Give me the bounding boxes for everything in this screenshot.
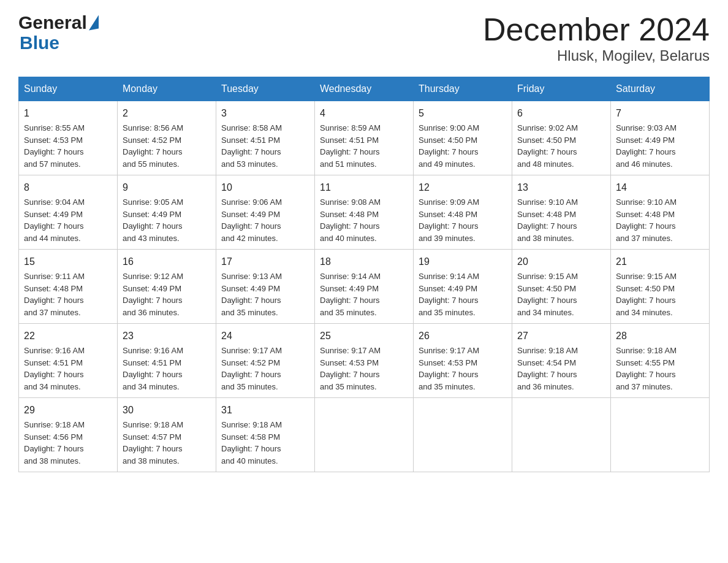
day-info: Sunrise: 9:15 AMSunset: 4:50 PMDaylight:… xyxy=(616,272,677,317)
calendar-cell: 17 Sunrise: 9:13 AMSunset: 4:49 PMDaylig… xyxy=(216,250,315,324)
calendar-cell xyxy=(414,398,512,472)
logo-blue-text: Blue xyxy=(20,33,99,53)
day-number: 3 xyxy=(221,106,309,121)
calendar-cell: 19 Sunrise: 9:14 AMSunset: 4:49 PMDaylig… xyxy=(414,250,512,324)
day-info: Sunrise: 9:15 AMSunset: 4:50 PMDaylight:… xyxy=(517,272,578,317)
calendar-cell: 22 Sunrise: 9:16 AMSunset: 4:51 PMDaylig… xyxy=(19,324,118,398)
title-block: December 2024 Hlusk, Mogilev, Belarus xyxy=(483,12,710,64)
day-number: 1 xyxy=(24,106,112,121)
calendar-cell: 29 Sunrise: 9:18 AMSunset: 4:56 PMDaylig… xyxy=(19,398,118,472)
day-number: 21 xyxy=(616,255,704,269)
day-number: 6 xyxy=(517,106,605,121)
day-info: Sunrise: 9:18 AMSunset: 4:57 PMDaylight:… xyxy=(123,420,183,465)
day-info: Sunrise: 8:58 AMSunset: 4:51 PMDaylight:… xyxy=(221,123,282,169)
day-info: Sunrise: 9:16 AMSunset: 4:51 PMDaylight:… xyxy=(24,346,85,391)
day-number: 26 xyxy=(419,329,507,343)
header-cell-sunday: Sunday xyxy=(19,77,118,101)
day-info: Sunrise: 9:10 AMSunset: 4:48 PMDaylight:… xyxy=(517,197,578,243)
day-info: Sunrise: 9:12 AMSunset: 4:49 PMDaylight:… xyxy=(123,272,183,317)
day-number: 7 xyxy=(616,106,704,121)
day-info: Sunrise: 9:06 AMSunset: 4:49 PMDaylight:… xyxy=(221,197,282,243)
day-info: Sunrise: 9:16 AMSunset: 4:51 PMDaylight:… xyxy=(123,346,183,391)
day-info: Sunrise: 9:08 AMSunset: 4:48 PMDaylight:… xyxy=(320,197,381,243)
calendar-body: 1 Sunrise: 8:55 AMSunset: 4:53 PMDayligh… xyxy=(19,101,710,472)
calendar-table: SundayMondayTuesdayWednesdayThursdayFrid… xyxy=(18,77,710,472)
day-info: Sunrise: 9:14 AMSunset: 4:49 PMDaylight:… xyxy=(419,272,479,317)
day-number: 12 xyxy=(419,180,507,195)
day-number: 10 xyxy=(221,180,309,195)
day-info: Sunrise: 9:18 AMSunset: 4:55 PMDaylight:… xyxy=(616,346,677,391)
day-number: 4 xyxy=(320,106,408,121)
day-number: 23 xyxy=(123,329,211,343)
day-info: Sunrise: 9:17 AMSunset: 4:53 PMDaylight:… xyxy=(320,346,381,391)
day-number: 16 xyxy=(123,255,211,269)
day-info: Sunrise: 9:18 AMSunset: 4:56 PMDaylight:… xyxy=(24,420,85,465)
header-cell-monday: Monday xyxy=(118,77,216,101)
calendar-header: SundayMondayTuesdayWednesdayThursdayFrid… xyxy=(19,77,710,101)
calendar-cell: 14 Sunrise: 9:10 AMSunset: 4:48 PMDaylig… xyxy=(611,175,710,250)
day-info: Sunrise: 8:56 AMSunset: 4:52 PMDaylight:… xyxy=(123,123,183,169)
calendar-cell: 25 Sunrise: 9:17 AMSunset: 4:53 PMDaylig… xyxy=(315,324,414,398)
day-number: 15 xyxy=(24,255,112,269)
logo-general-text: General xyxy=(18,12,87,33)
header-cell-tuesday: Tuesday xyxy=(216,77,315,101)
calendar-cell: 2 Sunrise: 8:56 AMSunset: 4:52 PMDayligh… xyxy=(118,101,216,175)
calendar-cell: 30 Sunrise: 9:18 AMSunset: 4:57 PMDaylig… xyxy=(118,398,216,472)
day-info: Sunrise: 9:03 AMSunset: 4:49 PMDaylight:… xyxy=(616,123,677,169)
header-cell-friday: Friday xyxy=(512,77,611,101)
page-subtitle: Hlusk, Mogilev, Belarus xyxy=(483,47,710,64)
day-number: 2 xyxy=(123,106,211,121)
calendar-cell: 1 Sunrise: 8:55 AMSunset: 4:53 PMDayligh… xyxy=(19,101,118,175)
day-number: 29 xyxy=(24,403,112,418)
calendar-cell: 28 Sunrise: 9:18 AMSunset: 4:55 PMDaylig… xyxy=(611,324,710,398)
calendar-cell xyxy=(611,398,710,472)
day-number: 28 xyxy=(616,329,704,343)
logo-general-line: General xyxy=(18,12,99,33)
header-cell-thursday: Thursday xyxy=(414,77,512,101)
calendar-cell: 7 Sunrise: 9:03 AMSunset: 4:49 PMDayligh… xyxy=(611,101,710,175)
day-info: Sunrise: 9:17 AMSunset: 4:52 PMDaylight:… xyxy=(221,346,282,391)
calendar-cell: 11 Sunrise: 9:08 AMSunset: 4:48 PMDaylig… xyxy=(315,175,414,250)
day-number: 22 xyxy=(24,329,112,343)
calendar-cell: 6 Sunrise: 9:02 AMSunset: 4:50 PMDayligh… xyxy=(512,101,611,175)
calendar-cell: 26 Sunrise: 9:17 AMSunset: 4:53 PMDaylig… xyxy=(414,324,512,398)
day-number: 8 xyxy=(24,180,112,195)
day-info: Sunrise: 9:18 AMSunset: 4:58 PMDaylight:… xyxy=(221,420,282,465)
day-info: Sunrise: 9:04 AMSunset: 4:49 PMDaylight:… xyxy=(24,197,85,243)
calendar-cell: 15 Sunrise: 9:11 AMSunset: 4:48 PMDaylig… xyxy=(19,250,118,324)
day-info: Sunrise: 9:00 AMSunset: 4:50 PMDaylight:… xyxy=(419,123,479,169)
calendar-cell: 24 Sunrise: 9:17 AMSunset: 4:52 PMDaylig… xyxy=(216,324,315,398)
day-number: 25 xyxy=(320,329,408,343)
calendar-cell: 23 Sunrise: 9:16 AMSunset: 4:51 PMDaylig… xyxy=(118,324,216,398)
calendar-cell: 16 Sunrise: 9:12 AMSunset: 4:49 PMDaylig… xyxy=(118,250,216,324)
logo: General Blue xyxy=(18,12,99,53)
calendar-cell: 10 Sunrise: 9:06 AMSunset: 4:49 PMDaylig… xyxy=(216,175,315,250)
calendar-week-1: 1 Sunrise: 8:55 AMSunset: 4:53 PMDayligh… xyxy=(19,101,710,175)
day-info: Sunrise: 9:09 AMSunset: 4:48 PMDaylight:… xyxy=(419,197,479,243)
day-number: 20 xyxy=(517,255,605,269)
calendar-cell: 9 Sunrise: 9:05 AMSunset: 4:49 PMDayligh… xyxy=(118,175,216,250)
calendar-cell: 31 Sunrise: 9:18 AMSunset: 4:58 PMDaylig… xyxy=(216,398,315,472)
day-info: Sunrise: 8:55 AMSunset: 4:53 PMDaylight:… xyxy=(24,123,85,169)
header-cell-saturday: Saturday xyxy=(611,77,710,101)
logo-arrow-icon xyxy=(89,15,99,30)
day-info: Sunrise: 9:17 AMSunset: 4:53 PMDaylight:… xyxy=(419,346,479,391)
day-number: 18 xyxy=(320,255,408,269)
day-info: Sunrise: 9:10 AMSunset: 4:48 PMDaylight:… xyxy=(616,197,677,243)
calendar-cell: 4 Sunrise: 8:59 AMSunset: 4:51 PMDayligh… xyxy=(315,101,414,175)
day-number: 24 xyxy=(221,329,309,343)
day-number: 27 xyxy=(517,329,605,343)
calendar-cell: 12 Sunrise: 9:09 AMSunset: 4:48 PMDaylig… xyxy=(414,175,512,250)
calendar-cell xyxy=(512,398,611,472)
day-number: 13 xyxy=(517,180,605,195)
calendar-cell: 13 Sunrise: 9:10 AMSunset: 4:48 PMDaylig… xyxy=(512,175,611,250)
calendar-week-3: 15 Sunrise: 9:11 AMSunset: 4:48 PMDaylig… xyxy=(19,250,710,324)
day-info: Sunrise: 9:18 AMSunset: 4:54 PMDaylight:… xyxy=(517,346,578,391)
calendar-cell: 5 Sunrise: 9:00 AMSunset: 4:50 PMDayligh… xyxy=(414,101,512,175)
calendar-cell: 21 Sunrise: 9:15 AMSunset: 4:50 PMDaylig… xyxy=(611,250,710,324)
day-number: 19 xyxy=(419,255,507,269)
calendar-cell xyxy=(315,398,414,472)
day-info: Sunrise: 8:59 AMSunset: 4:51 PMDaylight:… xyxy=(320,123,381,169)
day-number: 14 xyxy=(616,180,704,195)
day-number: 17 xyxy=(221,255,309,269)
